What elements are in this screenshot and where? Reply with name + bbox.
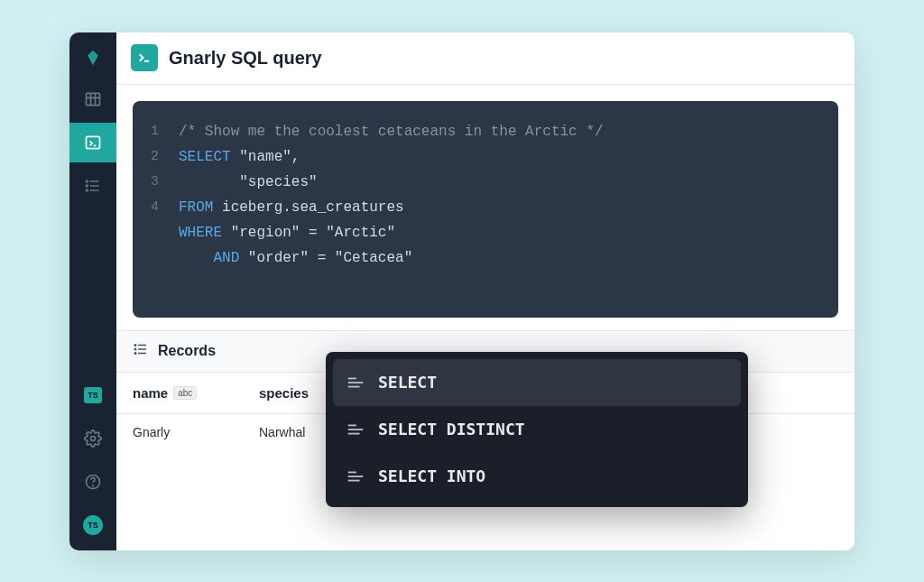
sidebar-item-list[interactable] (69, 166, 116, 206)
autocomplete-label: SELECT (378, 373, 437, 392)
sidebar: TS TS (69, 32, 116, 550)
svg-point-12 (91, 436, 96, 440)
results-title: Records (158, 343, 216, 359)
sidebar-item-table[interactable] (69, 79, 116, 119)
svg-point-19 (134, 345, 136, 346)
sidebar-item-avatar[interactable]: TS (69, 505, 116, 545)
app-frame: TS TS Gnarly SQL query 1 2 3 4 (69, 32, 855, 550)
autocomplete-label: SELECT DISTINCT (378, 420, 525, 439)
svg-point-11 (87, 189, 88, 191)
autocomplete-item[interactable]: SELECT INTO (333, 453, 741, 500)
sql-editor[interactable]: 1 2 3 4 /* Show me the coolest cetaceans… (133, 101, 838, 318)
line-gutter: 1 2 3 4 (151, 119, 179, 271)
logo-icon[interactable] (69, 40, 116, 76)
autocomplete-popup: SELECT SELECT DISTINCT SELECT INTO (326, 352, 748, 507)
svg-point-9 (87, 180, 88, 182)
svg-rect-4 (87, 136, 100, 148)
svg-point-10 (87, 185, 88, 187)
code-area[interactable]: /* Show me the coolest cetaceans in the … (179, 119, 603, 271)
snippet-icon (346, 420, 365, 439)
svg-point-14 (93, 485, 94, 485)
snippet-icon (346, 373, 365, 393)
svg-rect-0 (87, 93, 100, 105)
autocomplete-label: SELECT INTO (378, 467, 485, 485)
column-header-name[interactable]: name abc (116, 385, 243, 401)
type-badge: abc (173, 386, 197, 400)
editor-container: 1 2 3 4 /* Show me the coolest cetaceans… (116, 85, 855, 318)
page-title: Gnarly SQL query (169, 48, 322, 69)
autocomplete-item[interactable]: SELECT (333, 359, 741, 406)
sidebar-item-help[interactable] (69, 462, 116, 502)
svg-point-20 (134, 348, 136, 350)
autocomplete-item[interactable]: SELECT DISTINCT (333, 406, 741, 453)
cell-name: Gnarly (116, 425, 243, 439)
sidebar-item-query[interactable] (69, 123, 116, 162)
ts-badge-icon: TS (84, 387, 102, 403)
avatar-icon: TS (83, 515, 103, 535)
query-icon (131, 44, 158, 71)
sidebar-item-settings[interactable] (69, 419, 116, 458)
svg-point-21 (134, 353, 136, 355)
snippet-icon (346, 467, 365, 486)
list-icon (133, 341, 149, 361)
page-header: Gnarly SQL query (116, 32, 855, 85)
sidebar-item-ts[interactable]: TS (69, 375, 116, 415)
